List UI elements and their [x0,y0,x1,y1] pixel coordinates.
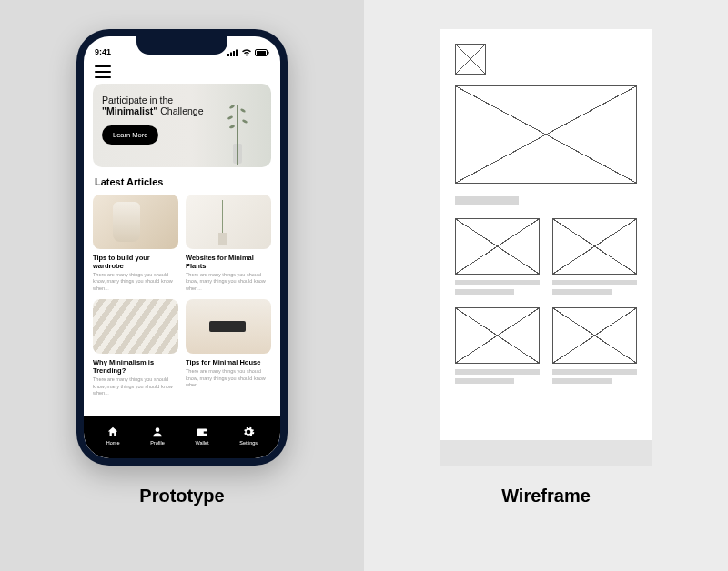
phone-notch [136,36,228,55]
wf-text-placeholder [455,369,540,375]
status-time: 9:41 [95,47,111,56]
prototype-panel: 9:41 Participate in the "Minimalist" Cha… [0,0,364,571]
article-desc: There are many things you should know, m… [93,376,178,396]
tab-label: Profile [150,440,165,446]
tab-label: Home [106,440,120,446]
wireframe-frame [440,29,652,466]
wallet-icon [196,426,208,438]
gear-icon [242,426,255,438]
article-card[interactable]: Tips to build your wardrobe There are ma… [93,195,178,292]
wf-thumb-placeholder [455,218,540,275]
article-thumbnail [93,299,178,354]
wf-text-placeholder [455,378,514,384]
wf-section-label-placeholder [455,196,519,205]
svg-rect-0 [228,54,229,56]
menu-icon[interactable] [95,65,111,78]
article-desc: There are many things you should know, m… [93,272,178,292]
tab-wallet[interactable]: Wallet [195,426,208,446]
tab-label: Wallet [195,440,208,446]
wf-text-placeholder [552,280,637,286]
wireframe-caption: Wireframe [501,486,591,506]
article-desc: There are many things you should know, m… [186,368,271,388]
svg-rect-1 [230,53,232,57]
article-thumbnail [186,299,271,354]
svg-rect-5 [257,51,266,55]
hero-plant-illustration [220,89,257,167]
article-desc: There are many things you should know, m… [186,272,271,292]
wf-text-placeholder [552,369,637,375]
wf-thumb-placeholder [455,307,540,364]
tab-home[interactable]: Home [106,426,120,446]
articles-grid: Tips to build your wardrobe There are ma… [93,195,271,397]
wf-logo-placeholder [455,44,486,75]
wf-text-placeholder [552,289,612,295]
phone-screen: 9:41 Participate in the "Minimalist" Cha… [84,36,280,458]
wf-card-placeholder [552,218,637,295]
article-card[interactable]: Websites for Minimal Plants There are ma… [186,195,271,292]
phone-frame: 9:41 Participate in the "Minimalist" Cha… [76,29,288,466]
article-thumbnail [93,195,178,249]
tab-label: Settings [239,440,258,446]
tab-settings[interactable]: Settings [239,426,258,446]
wf-text-placeholder [455,280,540,286]
wf-thumb-placeholder [552,307,637,364]
wf-card-placeholder [455,218,540,295]
home-icon [106,426,119,438]
wf-grid [455,218,637,384]
article-title: Tips for Minimal House [186,358,271,366]
article-title: Tips to build your wardrobe [93,254,178,270]
hero-banner[interactable]: Participate in the "Minimalist" Challeng… [93,84,271,167]
svg-rect-3 [236,50,238,57]
wf-hero-placeholder [455,85,637,184]
svg-rect-6 [268,52,269,55]
wf-tabbar-placeholder [440,440,652,466]
svg-point-7 [156,427,160,432]
wf-text-placeholder [455,289,514,295]
prototype-caption: Prototype [139,486,224,506]
signal-icon [228,49,238,56]
wf-text-placeholder [552,378,612,384]
wf-thumb-placeholder [552,218,637,275]
svg-rect-2 [233,51,235,56]
article-thumbnail [186,195,271,249]
svg-rect-9 [204,431,207,433]
article-card[interactable]: Why Minimalism is Trending? There are ma… [93,299,178,396]
article-card[interactable]: Tips for Minimal House There are many th… [186,299,271,396]
wf-card-placeholder [455,307,540,384]
wf-card-placeholder [552,307,637,384]
battery-icon [255,49,269,56]
article-title: Why Minimalism is Trending? [93,358,178,375]
wireframe-panel: Wireframe [364,0,728,571]
profile-icon [151,426,164,438]
section-title: Latest Articles [95,176,269,187]
article-title: Websites for Minimal Plants [186,254,271,270]
wifi-icon [241,49,252,56]
learn-more-button[interactable]: Learn More [102,125,158,145]
tab-profile[interactable]: Profile [150,426,165,446]
tab-bar: Home Profile Wallet Settings [84,416,280,458]
